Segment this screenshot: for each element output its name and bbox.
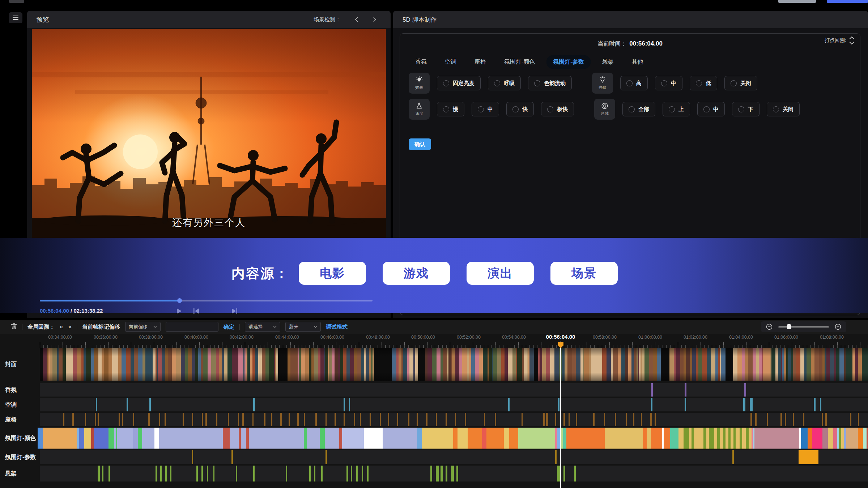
cue-marker[interactable] — [98, 466, 100, 481]
color-segment[interactable] — [43, 428, 77, 449]
option-关闭[interactable]: 关闭 — [767, 102, 800, 116]
cue-marker[interactable] — [253, 466, 255, 481]
cue-marker[interactable] — [814, 398, 816, 411]
track-lane-空调[interactable] — [40, 398, 868, 411]
cue-marker[interactable] — [63, 413, 64, 426]
color-segment[interactable] — [651, 428, 662, 449]
cue-marker[interactable] — [417, 413, 418, 426]
color-segment[interactable] — [154, 428, 159, 449]
track-lane-座椅[interactable] — [40, 413, 868, 426]
color-segment[interactable] — [643, 428, 647, 449]
cue-marker[interactable] — [148, 413, 150, 426]
color-segment[interactable] — [858, 428, 863, 449]
option-全部[interactable]: 全部 — [622, 102, 655, 116]
cue-marker[interactable] — [362, 466, 363, 481]
cue-marker[interactable] — [102, 466, 103, 481]
cue-marker[interactable] — [367, 466, 369, 481]
cue-marker[interactable] — [122, 413, 123, 426]
cue-marker[interactable] — [767, 413, 768, 426]
color-segment[interactable] — [726, 428, 728, 449]
global-replay-prev-button[interactable]: « — [60, 323, 63, 330]
tab-氛围灯-参数[interactable]: 氛围灯-参数 — [546, 55, 590, 69]
color-segment[interactable] — [422, 428, 453, 449]
color-segment[interactable] — [304, 428, 307, 449]
cue-marker[interactable] — [650, 413, 652, 426]
cue-marker[interactable] — [321, 466, 323, 481]
cue-marker[interactable] — [456, 466, 458, 481]
cue-marker[interactable] — [252, 413, 254, 426]
cue-marker[interactable] — [569, 413, 570, 426]
cue-marker[interactable] — [349, 398, 350, 411]
cue-marker[interactable] — [253, 398, 255, 411]
cue-marker[interactable] — [825, 413, 827, 426]
color-segment[interactable] — [230, 428, 239, 449]
cue-marker[interactable] — [346, 466, 348, 481]
option-下[interactable]: 下 — [732, 102, 760, 116]
cue-marker[interactable] — [344, 398, 345, 411]
cue-marker[interactable] — [484, 413, 485, 426]
cue-marker[interactable] — [732, 450, 734, 464]
cue-marker[interactable] — [127, 398, 128, 411]
cue-marker[interactable] — [242, 413, 244, 426]
color-segment[interactable] — [342, 428, 364, 449]
skip-next-icon[interactable] — [231, 308, 238, 314]
color-segment[interactable] — [109, 428, 114, 449]
cue-marker[interactable] — [465, 413, 466, 426]
option-快[interactable]: 快 — [506, 102, 534, 116]
color-segment[interactable] — [77, 428, 79, 449]
color-segment[interactable] — [841, 428, 844, 449]
cue-marker[interactable] — [231, 450, 233, 464]
cue-marker[interactable] — [109, 466, 110, 481]
tab-香氛[interactable]: 香氛 — [409, 55, 433, 69]
cue-marker[interactable] — [304, 413, 305, 426]
cue-marker[interactable] — [207, 466, 208, 481]
color-segment[interactable] — [812, 428, 822, 449]
cue-marker[interactable] — [822, 413, 823, 426]
cue-marker[interactable] — [850, 413, 851, 426]
color-segment[interactable] — [159, 428, 223, 449]
cue-marker[interactable] — [170, 466, 171, 481]
scene-next-button[interactable] — [373, 17, 377, 22]
cue-marker[interactable] — [159, 413, 160, 426]
color-segment[interactable] — [863, 428, 867, 449]
content-source-button-场景[interactable]: 场景 — [550, 262, 618, 285]
color-segment[interactable] — [84, 428, 91, 449]
cue-marker[interactable] — [238, 413, 239, 426]
option-上[interactable]: 上 — [663, 102, 690, 116]
color-segment[interactable] — [79, 428, 84, 449]
cue-marker[interactable] — [165, 413, 166, 426]
cue-marker[interactable] — [314, 466, 315, 481]
menu-button[interactable] — [9, 12, 22, 23]
track-lane-香氛[interactable] — [40, 383, 868, 397]
cue-marker[interactable] — [574, 466, 576, 481]
cue-marker[interactable] — [205, 413, 207, 426]
color-segment[interactable] — [749, 428, 752, 449]
color-segment[interactable] — [117, 428, 133, 449]
option-低[interactable]: 低 — [690, 76, 717, 90]
cue-marker[interactable] — [651, 398, 652, 411]
cue-marker[interactable] — [408, 413, 409, 426]
color-segment[interactable] — [142, 428, 154, 449]
cue-marker[interactable] — [780, 413, 782, 426]
color-segment[interactable] — [518, 428, 555, 449]
cue-marker[interactable] — [641, 413, 642, 426]
scene-prev-button[interactable] — [354, 17, 359, 22]
cue-marker[interactable] — [785, 413, 786, 426]
cue-marker[interactable] — [397, 413, 398, 426]
cue-marker[interactable] — [793, 413, 794, 426]
color-segment[interactable] — [383, 428, 417, 449]
cue-marker[interactable] — [655, 413, 656, 426]
color-segment[interactable] — [731, 428, 733, 449]
color-segment[interactable] — [94, 428, 109, 449]
color-segment[interactable] — [833, 428, 837, 449]
offset-direction-select[interactable]: 向前偏移 — [125, 322, 161, 332]
tab-空调[interactable]: 空调 — [438, 55, 463, 69]
cue-block[interactable] — [799, 450, 818, 464]
color-segment[interactable] — [846, 428, 858, 449]
tab-座椅[interactable]: 座椅 — [468, 55, 493, 69]
cue-marker[interactable] — [820, 398, 821, 411]
cue-marker[interactable] — [685, 383, 686, 397]
cue-marker[interactable] — [360, 413, 361, 426]
option-高[interactable]: 高 — [620, 76, 648, 90]
color-segment[interactable] — [138, 428, 142, 449]
